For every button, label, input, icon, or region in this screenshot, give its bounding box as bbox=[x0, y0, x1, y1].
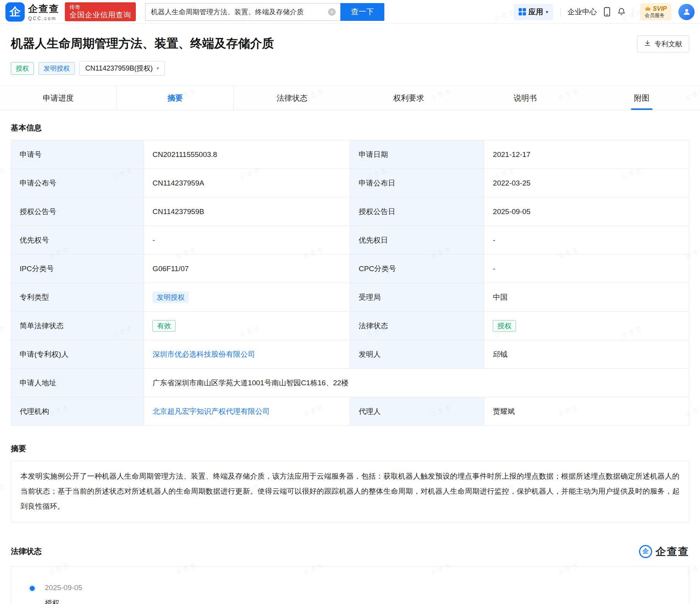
tab-label: 说明书 bbox=[514, 93, 537, 103]
field-label: 受理局 bbox=[350, 283, 484, 312]
field-value: - bbox=[484, 255, 689, 283]
type-tag: 发明授权 bbox=[39, 62, 75, 75]
nav-apps-label: 应用 bbox=[529, 7, 543, 17]
header-actions: 应用 ▾ 企业中心 SVIP 会员服务 bbox=[514, 3, 695, 20]
search-bar: × 查一下 bbox=[145, 3, 384, 21]
basic-info-table: 申请号 CN202111555003.8 申请日期 2021-12-17 申请公… bbox=[11, 140, 689, 426]
table-row: 申请号 CN202111555003.8 申请日期 2021-12-17 bbox=[11, 140, 689, 169]
crown-icon bbox=[645, 5, 651, 12]
chevron-down-icon: ▾ bbox=[546, 9, 548, 15]
tab-label: 法律状态 bbox=[277, 93, 308, 103]
promo-line1: 传奇 bbox=[69, 4, 131, 11]
tab-legal-status[interactable]: 法律状态 bbox=[234, 86, 350, 110]
field-value: 贾耀斌 bbox=[484, 397, 689, 426]
qcc-mini-icon: 企 bbox=[639, 545, 652, 558]
qcc-watermark-logo: 企 企查查 bbox=[639, 545, 689, 558]
tab-abstract[interactable]: 摘要 bbox=[117, 86, 234, 110]
field-label: 发明人 bbox=[350, 340, 484, 369]
timeline-dot bbox=[30, 586, 35, 591]
search-input-wrap: × bbox=[145, 3, 340, 21]
field-label: CPC分类号 bbox=[350, 255, 484, 283]
clear-icon[interactable]: × bbox=[328, 8, 336, 16]
top-header: 企 企查查 QCC.com 传奇 全国企业信用查询 × 查一下 应用 ▾ 企业中… bbox=[0, 0, 700, 24]
field-label: 专利类型 bbox=[11, 283, 144, 312]
promo-line2: 全国企业信用查询 bbox=[69, 10, 131, 20]
patent-number-select[interactable]: CN114237959B(授权) ▾ bbox=[79, 61, 165, 76]
chevron-down-icon: ▾ bbox=[157, 66, 159, 71]
status-tag: 授权 bbox=[11, 62, 34, 75]
search-button[interactable]: 查一下 bbox=[340, 3, 384, 21]
field-label: 代理机构 bbox=[11, 397, 144, 426]
logo-domain: QCC.com bbox=[28, 16, 59, 21]
table-row: 申请(专利权)人 深圳市优必选科技股份有限公司 发明人 邱钺 bbox=[11, 340, 689, 369]
qcc-logo-glyph: 企 bbox=[10, 4, 21, 20]
field-value: 深圳市优必选科技股份有限公司 bbox=[144, 340, 350, 369]
field-value: CN114237959B bbox=[144, 197, 350, 226]
field-value: 邱钺 bbox=[484, 340, 689, 369]
table-row: 申请公布号 CN114237959A 申请公布日 2022-03-25 bbox=[11, 169, 689, 197]
legal-timeline: 2025-09-05 授权 bbox=[11, 566, 689, 604]
tab-specification[interactable]: 说明书 bbox=[467, 86, 583, 110]
field-label: IPC分类号 bbox=[11, 255, 144, 283]
legal-status-header: 法律状态 企 企查查 bbox=[11, 545, 689, 558]
basic-info-heading: 基本信息 bbox=[11, 123, 689, 133]
tab-bar: 申请进度 摘要 法律状态 权利要求 说明书 附图 bbox=[0, 86, 700, 110]
qcc-mini-text: 企查查 bbox=[656, 545, 689, 558]
field-label: 简单法律状态 bbox=[11, 312, 144, 340]
field-label: 代理人 bbox=[350, 397, 484, 426]
field-value: CN202111555003.8 bbox=[144, 140, 350, 169]
abstract-box: 本发明实施例公开了一种机器人生命周期管理方法、装置、终端及存储介质，该方法应用于… bbox=[11, 461, 689, 522]
field-label: 优先权号 bbox=[11, 226, 144, 255]
nav-apps[interactable]: 应用 ▾ bbox=[514, 4, 553, 20]
svip-badge[interactable]: SVIP 会员服务 bbox=[640, 3, 671, 20]
tab-label: 权利要求 bbox=[393, 93, 424, 103]
abstract-text: 本发明实施例公开了一种机器人生命周期管理方法、装置、终端及存储介质，该方法应用于… bbox=[20, 469, 680, 514]
field-label: 申请人地址 bbox=[11, 369, 144, 397]
field-value: 发明授权 bbox=[144, 283, 350, 312]
nav-enterprise-center[interactable]: 企业中心 bbox=[568, 7, 597, 17]
tab-label: 摘要 bbox=[167, 93, 183, 103]
qcc-logo-icon: 企 bbox=[5, 2, 25, 22]
agency-link[interactable]: 北京超凡宏宇知识产权代理有限公司 bbox=[152, 407, 270, 415]
legal-status-heading: 法律状态 bbox=[11, 546, 42, 557]
field-label: 申请日期 bbox=[350, 140, 484, 169]
table-row: 代理机构 北京超凡宏宇知识产权代理有限公司 代理人 贾耀斌 bbox=[11, 397, 689, 426]
field-value: 2022-03-25 bbox=[484, 169, 689, 197]
patent-doc-button[interactable]: 专利文献 bbox=[637, 35, 689, 52]
table-row: 专利类型 发明授权 受理局 中国 bbox=[11, 283, 689, 312]
tab-figures[interactable]: 附图 bbox=[583, 86, 700, 110]
page-title: 机器人生命周期管理方法、装置、终端及存储介质 bbox=[11, 35, 274, 52]
bell-icon[interactable] bbox=[617, 7, 626, 16]
applicant-link[interactable]: 深圳市优必选科技股份有限公司 bbox=[152, 350, 255, 358]
field-value: 中国 bbox=[484, 283, 689, 312]
field-label: 申请公布号 bbox=[11, 169, 144, 197]
field-value: 北京超凡宏宇知识产权代理有限公司 bbox=[144, 397, 350, 426]
field-value: - bbox=[144, 226, 350, 255]
divider bbox=[560, 7, 561, 17]
timeline-date: 2025-09-05 bbox=[45, 584, 82, 592]
field-label: 申请号 bbox=[11, 140, 144, 169]
field-value: 有效 bbox=[144, 312, 350, 340]
field-value: 授权 bbox=[484, 312, 689, 340]
search-input[interactable] bbox=[145, 3, 340, 21]
promo-banner[interactable]: 传奇 全国企业信用查询 bbox=[65, 2, 136, 21]
qcc-logo[interactable]: 企 企查查 QCC.com bbox=[5, 2, 59, 22]
avatar[interactable] bbox=[678, 4, 695, 20]
patent-number-label: CN114237959B(授权) bbox=[85, 64, 153, 73]
mobile-phone-icon[interactable] bbox=[604, 7, 610, 17]
field-label: 授权公告号 bbox=[11, 197, 144, 226]
simple-legal-status-tag: 有效 bbox=[152, 320, 176, 332]
tab-claims[interactable]: 权利要求 bbox=[350, 86, 467, 110]
tab-application-progress[interactable]: 申请进度 bbox=[0, 86, 117, 110]
main-content: 基本信息 申请号 CN202111555003.8 申请日期 2021-12-1… bbox=[0, 123, 700, 604]
patent-type-tag: 发明授权 bbox=[152, 292, 189, 303]
field-label: 优先权日 bbox=[350, 226, 484, 255]
svip-subtitle: 会员服务 bbox=[645, 12, 667, 19]
timeline-content: 2025-09-05 授权 bbox=[45, 584, 82, 604]
title-row: 机器人生命周期管理方法、装置、终端及存储介质 专利文献 bbox=[11, 35, 689, 52]
field-value: G06F11/07 bbox=[144, 255, 350, 283]
table-row: 优先权号 - 优先权日 - bbox=[11, 226, 689, 255]
timeline-item: 2025-09-05 授权 bbox=[30, 584, 689, 604]
table-row: 申请人地址 广东省深圳市南山区学苑大道1001号南山智园C1栋16、22楼 bbox=[11, 369, 689, 397]
download-icon bbox=[644, 40, 651, 49]
